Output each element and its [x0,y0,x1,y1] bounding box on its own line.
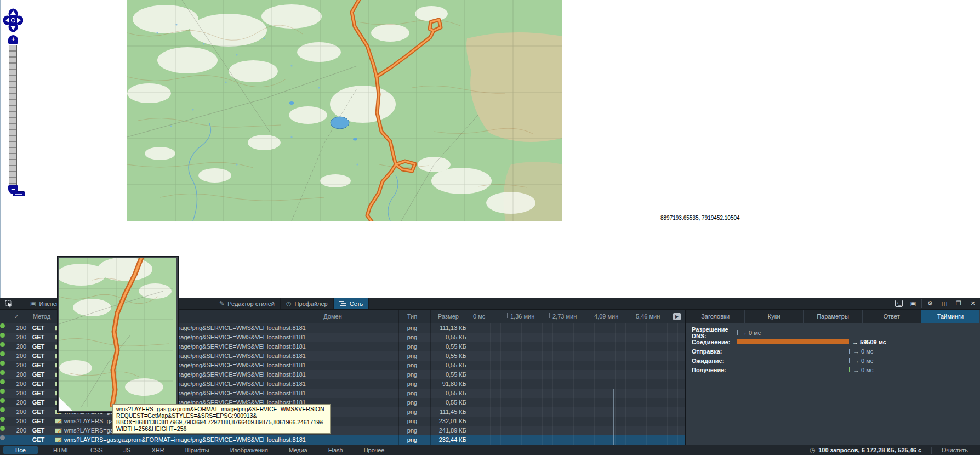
request-type: png [398,333,426,342]
settings-button[interactable]: ⚙ [923,298,937,309]
network-footer-bar: ВсеHTMLCSSJSXHRШрифтыИзображенияМедиаFla… [0,445,980,455]
zoom-slider-track[interactable] [9,45,17,185]
filter-images[interactable]: Изображения [225,446,274,454]
request-method: GET [29,435,48,445]
zoom-in-button[interactable]: + [8,35,18,44]
detail-tab-timings[interactable]: Тайминги [921,310,980,323]
request-domain: localhost:8181 [267,333,355,342]
request-size: 232,44 КБ [430,435,466,445]
timing-row-send: Отправка:→ 0 мс [692,346,977,356]
clear-requests-button[interactable]: Очистить [942,447,968,453]
request-size: 0,55 КБ [430,351,466,361]
method-column-header: Метод [29,310,55,323]
status-code: 200 [14,379,29,389]
responsive-mode-button[interactable]: ▣ [906,298,920,309]
detail-tab-cookies[interactable]: Куки [745,310,804,323]
request-type: png [398,370,426,379]
status-dot [0,389,5,394]
status-code: 200 [14,407,29,417]
status-dot [0,333,5,338]
request-method: GET [29,426,48,435]
timing-bar [849,367,850,372]
detail-tab-params[interactable]: Параметры [804,310,862,323]
toolbar-tab-label: Редактор стилей [227,300,275,307]
timing-value: → 0 мс [853,348,873,355]
responsive-mode-icon: ▣ [910,300,916,307]
timeline-play-button[interactable]: ▶ [673,313,681,320]
toolbar-tab-style-editor[interactable]: ✎Редактор стилей [214,298,281,309]
request-type: png [398,342,426,351]
request-method: GET [29,370,48,379]
filter-all[interactable]: Все [3,446,38,454]
request-type: png [398,407,426,417]
timing-bar-zone [737,358,851,363]
filter-other[interactable]: Прочее [358,446,390,454]
style-editor-icon: ✎ [219,300,224,307]
filter-xhr[interactable]: XHR [146,446,169,454]
filter-html[interactable]: HTML [48,446,75,454]
tile-thumbnail-icon [55,428,62,433]
timing-value: → 0 мс [853,357,873,364]
browser-window: + − 8897193.65535, 7919452.10504 ▣Инспек… [0,0,980,455]
request-size: 91,80 КБ [430,379,466,389]
tile-thumbnail-icon [55,419,62,424]
timing-row-connect: Соединение:→ 59509 мс [692,337,977,346]
detach-window-button[interactable]: ❐ [951,298,966,309]
timing-row-receive: Получение:→ 0 мс [692,365,977,374]
request-type: png [398,398,426,407]
map-canvas[interactable] [127,0,562,221]
filter-js[interactable]: JS [118,446,136,454]
detail-tab-response[interactable]: Ответ [863,310,921,323]
status-code: 200 [14,417,29,426]
status-code: 200 [14,389,29,398]
request-type: png [398,351,426,361]
dock-side-button[interactable]: ◫ [937,298,951,309]
tooltip-line: wms?LAYERS=gas:gazprom&FORMAT=image/png&… [116,406,327,412]
detach-window-icon: ❐ [956,300,961,307]
filter-flash[interactable]: Flash [323,446,349,454]
filter-fonts[interactable]: Шрифты [180,446,215,454]
timing-bar-zone [737,349,851,354]
waterfall-grid [470,323,682,445]
filter-css[interactable]: CSS [85,446,109,454]
status-dot [0,398,5,403]
toolbar-tab-network[interactable]: Сеть [334,298,369,309]
request-domain: localhost:8181 [267,379,355,389]
request-url-tooltip: wms?LAYERS=gas:gazprom&FORMAT=image/png&… [112,404,331,434]
popup-fold-corner [59,397,73,411]
request-details-pane: ЗаголовкиКукиПараметрыОтветТайминги Разр… [685,310,980,445]
dock-side-icon: ◫ [942,300,947,307]
mouse-position-readout: 8897193.65535, 7919452.10504 [660,215,740,221]
column-divider [430,310,431,445]
request-size: 0,55 КБ [430,342,466,351]
toggle-console-button[interactable]: ›_ [892,298,906,309]
status-dot [0,435,5,440]
request-type: png [398,361,426,370]
tooltip-line: BBOX=8688138.3817969,7983694.7292188,876… [116,419,327,425]
status-dot [0,379,5,384]
network-icon [339,301,346,306]
timing-value: → 0 мс [741,329,761,336]
request-domain: localhost:8181 [267,351,355,361]
timing-bar [849,349,850,354]
request-domain: localhost:8181 [267,389,355,398]
request-method: GET [29,333,48,342]
request-method: GET [29,417,48,426]
toggle-console-icon: ›_ [895,300,903,307]
timing-label: Отправка: [692,348,737,355]
status-dot [0,426,5,431]
status-code: 200 [14,333,29,342]
request-type: png [398,417,426,426]
timing-label: Соединение: [692,339,737,345]
detail-tab-headers[interactable]: Заголовки [686,310,745,323]
request-size: 111,45 КБ [430,407,466,417]
pan-cross-icon[interactable] [3,8,23,33]
tooltip-line: WIDTH=256&HEIGHT=256 [116,425,327,432]
inspector-icon: ▣ [30,300,36,307]
pick-element-button[interactable] [0,298,18,309]
footer-divider [931,447,932,454]
filter-media[interactable]: Медиа [283,446,313,454]
tile-preview-image [59,258,173,407]
toolbar-tab-profiler[interactable]: ◷Профайлер [281,298,334,309]
close-devtools-button[interactable]: ✕ [966,298,980,309]
